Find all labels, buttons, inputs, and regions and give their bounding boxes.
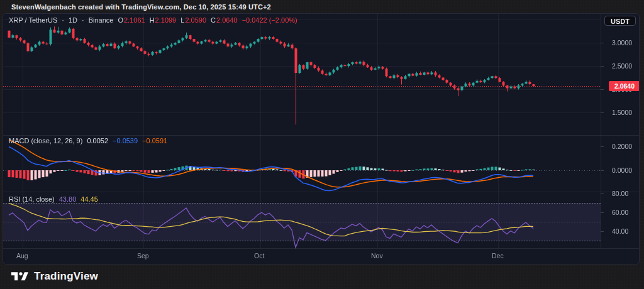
tradingview-logo-icon bbox=[11, 270, 28, 283]
macd-signal-value: −0.0591 bbox=[142, 137, 167, 144]
legend-separator: · bbox=[62, 16, 64, 24]
scale-tick-label: 80.00 bbox=[612, 190, 628, 197]
scale-tick-label: 60.00 bbox=[612, 209, 628, 216]
macd-hist-value: 0.0052 bbox=[87, 137, 108, 144]
time-axis-month-label: Aug bbox=[16, 252, 28, 259]
open-value: O2.1061 bbox=[118, 16, 145, 24]
low-value: L2.0590 bbox=[180, 16, 206, 24]
macd-title: MACD (close, 12, 26, 9) bbox=[9, 137, 82, 144]
legend-separator: · bbox=[82, 16, 84, 24]
scale-tick-label: 3.0000 bbox=[612, 39, 632, 46]
time-axis-month-label: Nov bbox=[371, 252, 383, 259]
rsi-value: 43.80 bbox=[59, 195, 77, 203]
rsi-legend: RSI (14, close) 43.80 44.45 bbox=[9, 195, 98, 203]
exchange-label: Binance bbox=[89, 16, 114, 24]
time-axis-month-label: Sep bbox=[137, 252, 149, 259]
close-value: C2.0640 bbox=[211, 16, 238, 24]
symbol-legend: XRP / TetherUS · 1D · Binance O2.1061 H2… bbox=[9, 16, 297, 24]
rsi-ma-value: 44.45 bbox=[80, 195, 98, 203]
scale-tick-label: 0.2000 bbox=[612, 143, 632, 150]
last-price-badge: 2.0640 bbox=[609, 81, 639, 91]
scale-tick-label: 40.00 bbox=[612, 227, 628, 235]
scale-tick-label: 1.5000 bbox=[612, 109, 632, 116]
rsi-title: RSI (14, close) bbox=[9, 195, 55, 203]
brand-name: TradingView bbox=[34, 270, 98, 283]
page-frame: StevenWalgenbach created with TradingVie… bbox=[0, 0, 644, 289]
currency-toggle-button[interactable]: USDT bbox=[604, 16, 636, 26]
symbol-title: XRP / TetherUS bbox=[9, 16, 57, 24]
attribution-text: StevenWalgenbach created with TradingVie… bbox=[11, 3, 271, 11]
interval-label: 1D bbox=[69, 16, 77, 24]
footer-bar: TradingView bbox=[0, 264, 644, 289]
change-value: −0.0422 (−2.00%) bbox=[242, 16, 297, 24]
macd-line-value: −0.0539 bbox=[113, 137, 138, 144]
time-axis-month-label: Oct bbox=[254, 252, 264, 259]
attribution-bar: StevenWalgenbach created with TradingVie… bbox=[0, 0, 644, 14]
high-value: H2.1099 bbox=[150, 16, 177, 24]
scale-tick-label: 2.5000 bbox=[612, 62, 632, 70]
scale-tick-label: 0.0000 bbox=[612, 166, 632, 174]
chart-panel: XRP / TetherUS · 1D · Binance O2.1061 H2… bbox=[3, 14, 639, 264]
macd-legend: MACD (close, 12, 26, 9) 0.0052 −0.0539 −… bbox=[9, 137, 167, 144]
time-axis-month-label: Dec bbox=[492, 252, 504, 259]
